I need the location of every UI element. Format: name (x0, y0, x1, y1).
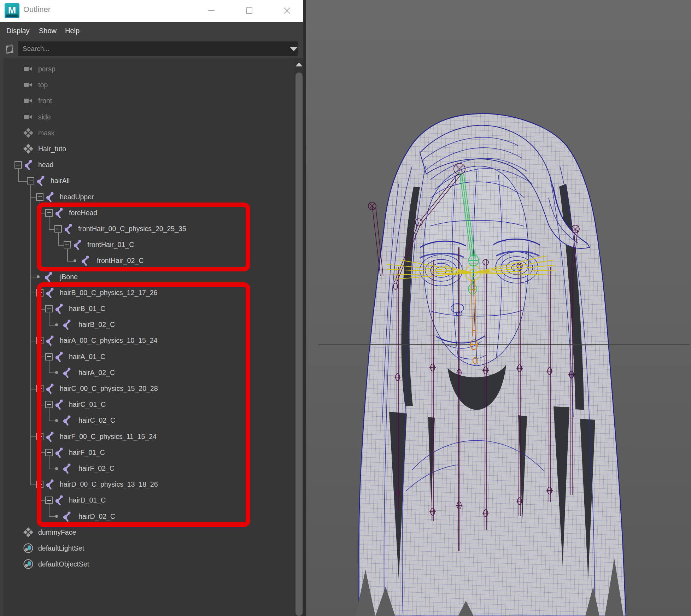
panel-divider[interactable] (303, 0, 306, 616)
menu-show[interactable]: Show (39, 22, 57, 40)
window-titlebar[interactable]: M Outliner (0, 0, 306, 22)
tree-item-defaultLightSet[interactable]: defaultLightSet (0, 540, 293, 556)
tree-connector (40, 309, 45, 310)
tree-item-frontHair_00_C_physics_20_25_35[interactable]: frontHair_00_C_physics_20_25_35 (0, 221, 293, 237)
camera-icon (23, 95, 34, 106)
expander-collapse-icon[interactable] (54, 225, 62, 233)
leaf-dot (74, 259, 76, 262)
expander-collapse-icon[interactable] (27, 177, 34, 184)
tree-item-foreHead[interactable]: foreHead (0, 205, 293, 221)
tree-item-defaultObjectSet[interactable]: defaultObjectSet (0, 556, 293, 572)
tree-item-dummyFace[interactable]: dummyFace (0, 524, 293, 540)
tree-connector (40, 405, 45, 405)
expander-collapse-icon[interactable] (45, 209, 53, 217)
scroll-up-arrow-icon[interactable] (294, 59, 304, 70)
tree-item-label: hairF_02_C (78, 460, 115, 476)
tree-item-hairC_01_C[interactable]: hairC_01_C (0, 397, 293, 412)
expander-collapse-icon[interactable] (36, 193, 43, 201)
tree-item-hairA_00_C_physics_10_15_24[interactable]: hairA_00_C_physics_10_15_24 (0, 333, 293, 348)
tree-item-hairC_02_C[interactable]: hairC_02_C (0, 412, 293, 428)
search-input[interactable] (18, 41, 298, 56)
maximize-button[interactable] (242, 4, 256, 18)
tree-item-hairF_02_C[interactable]: hairF_02_C (0, 460, 293, 476)
tree-item-mask[interactable]: mask (0, 125, 293, 141)
tree-connector (30, 253, 31, 269)
expander-collapse-icon[interactable] (14, 161, 22, 169)
tree-item-hairF_00_C_physics_11_15_24[interactable]: hairF_00_C_physics_11_15_24 (0, 429, 293, 445)
tree-item-frontHair_02_C[interactable]: frontHair_02_C (0, 253, 293, 269)
outliner-window: M Outliner Display Show Help (0, 0, 306, 616)
expander-collapse-icon[interactable] (36, 337, 43, 344)
menu-help[interactable]: Help (65, 22, 80, 40)
joint-icon (54, 399, 64, 410)
tree-item-label: hairF_00_C_physics_11_15_24 (60, 429, 157, 445)
tree-connector (30, 277, 37, 277)
tree-item-hairA_01_C[interactable]: hairA_01_C (0, 349, 293, 365)
tree-item-hairD_00_C_physics_13_18_26[interactable]: hairD_00_C_physics_13_18_26 (0, 476, 293, 492)
tree-item-front[interactable]: front (0, 93, 293, 109)
expander-collapse-icon[interactable] (45, 353, 53, 360)
close-button[interactable] (280, 4, 294, 18)
tree-item-label: hairD_01_C (69, 492, 106, 508)
tree-item-label: headUpper (60, 189, 94, 205)
tree-item-hairC_00_C_physics_15_20_28[interactable]: hairC_00_C_physics_15_20_28 (0, 381, 293, 397)
camera-icon (23, 80, 34, 90)
tree-item-hairD_01_C[interactable]: hairD_01_C (0, 492, 293, 508)
tree-connector (30, 349, 31, 365)
expander-collapse-icon[interactable] (36, 385, 43, 392)
tree-item-label: hairA_02_C (78, 365, 115, 381)
minimize-button[interactable] (204, 4, 218, 18)
tree-connector (49, 313, 49, 317)
tree-item-hairD_02_C[interactable]: hairD_02_C (0, 509, 293, 524)
expander-collapse-icon[interactable] (64, 241, 71, 248)
tree-item-Hair_tuto[interactable]: Hair_tuto (0, 141, 293, 157)
tree-item-jBone[interactable]: jBone (0, 269, 293, 285)
vertical-scrollbar[interactable] (294, 58, 304, 616)
expander-collapse-icon[interactable] (45, 449, 53, 456)
tree-item-persp[interactable]: persp (0, 61, 293, 77)
tree-connector (40, 205, 40, 213)
joint-icon-wrap (45, 383, 55, 394)
tree-item-frontHair_01_C[interactable]: frontHair_01_C (0, 237, 293, 253)
tree-item-label: frontHair_02_C (97, 253, 144, 269)
expander-collapse-icon[interactable] (36, 433, 43, 440)
set-icon-wrap (23, 543, 34, 553)
tree-connector (30, 389, 36, 389)
tree-item-hairB_01_C[interactable]: hairB_01_C (0, 301, 293, 317)
menu-display[interactable]: Display (6, 22, 30, 40)
tree-item-label: hairC_00_C_physics_15_20_28 (60, 381, 158, 397)
expander-collapse-icon[interactable] (36, 481, 43, 488)
tree-item-head[interactable]: head (0, 157, 293, 173)
tree-item-hairAll[interactable]: hairAll (0, 173, 293, 189)
tree-item-hairF_01_C[interactable]: hairF_01_C (0, 445, 293, 460)
expander-collapse-icon[interactable] (45, 497, 53, 504)
joint-icon-wrap (54, 447, 64, 458)
tree-connector (67, 249, 68, 253)
tree-item-label: mask (38, 125, 55, 141)
tree-item-hairA_02_C[interactable]: hairA_02_C (0, 365, 293, 381)
leaf-dot (55, 419, 58, 422)
tree-connector (30, 237, 31, 253)
expander-collapse-icon[interactable] (45, 401, 53, 408)
tree-item-side[interactable]: side (0, 109, 293, 125)
tree-connector (49, 504, 49, 509)
tree-connector (40, 397, 40, 405)
scrollbar-thumb[interactable] (295, 72, 303, 616)
3d-viewport[interactable] (306, 0, 691, 616)
tree-connector (18, 169, 19, 173)
expander-collapse-icon[interactable] (36, 289, 43, 297)
joint-icon (62, 415, 72, 426)
tree-item-hairB_02_C[interactable]: hairB_02_C (0, 317, 293, 333)
tree-item-label: persp (38, 61, 55, 77)
filter-icon[interactable] (4, 43, 16, 55)
maximize-icon (245, 7, 253, 14)
search-dropdown-caret[interactable] (290, 47, 298, 51)
leaf-dot (55, 467, 58, 470)
tree-item-label: hairB_00_C_physics_12_17_26 (60, 285, 157, 301)
joint-icon (62, 367, 72, 378)
tree-item-top[interactable]: top (0, 77, 293, 93)
expander-collapse-icon[interactable] (45, 305, 53, 312)
tree-item-hairB_00_C_physics_12_17_26[interactable]: hairB_00_C_physics_12_17_26 (0, 285, 293, 301)
tree-item-headUpper[interactable]: headUpper (0, 189, 293, 205)
tree-item-label: front (38, 93, 52, 109)
